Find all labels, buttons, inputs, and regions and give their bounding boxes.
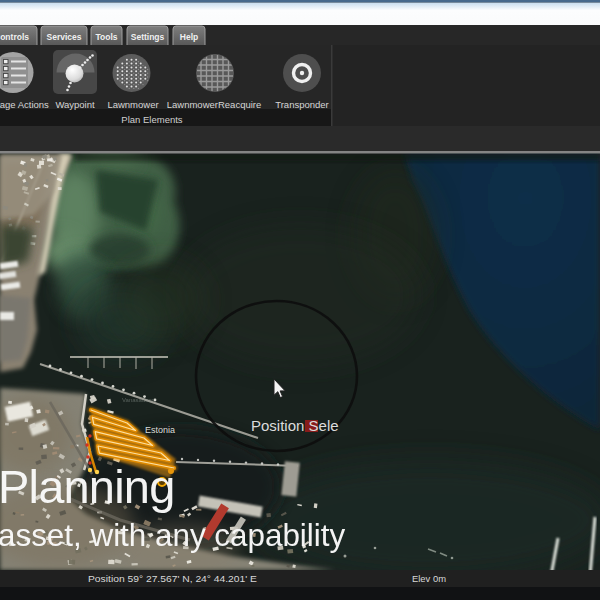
svg-text:Services: Services bbox=[47, 32, 82, 42]
svg-text:Help: Help bbox=[180, 32, 198, 42]
svg-text:Settings: Settings bbox=[131, 32, 165, 42]
svg-text:Position Sele: Position Sele bbox=[251, 417, 339, 434]
svg-text:Elev 0m: Elev 0m bbox=[412, 573, 446, 584]
svg-text:Transponder: Transponder bbox=[275, 99, 329, 110]
svg-text:Tools: Tools bbox=[95, 32, 117, 42]
svg-text:Planning: Planning bbox=[0, 460, 175, 513]
svg-text:Lawnmower: Lawnmower bbox=[107, 99, 158, 110]
svg-text:Estonia: Estonia bbox=[145, 425, 175, 435]
svg-text:Vanasadam: Vanasadam bbox=[122, 397, 154, 403]
svg-text:Manage Actions: Manage Actions bbox=[0, 99, 49, 110]
svg-text:Waypoint: Waypoint bbox=[55, 99, 95, 110]
svg-text:LawnmowerReacquire: LawnmowerReacquire bbox=[167, 99, 262, 110]
svg-text:Position 59° 27.567' N, 24° 44: Position 59° 27.567' N, 24° 44.201' E bbox=[88, 573, 257, 584]
svg-text:Controls: Controls bbox=[0, 32, 29, 42]
svg-text:asset, with any capability: asset, with any capability bbox=[0, 518, 346, 553]
svg-text:Plan Elements: Plan Elements bbox=[121, 114, 183, 125]
